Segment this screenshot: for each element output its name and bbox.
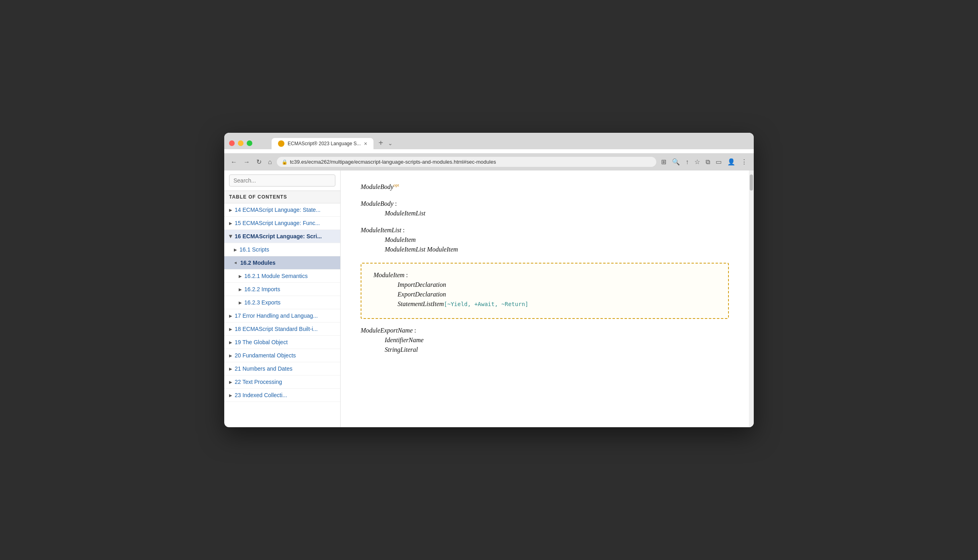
- sidebar-item-label-15: 15 ECMAScript Language: Func...: [235, 220, 320, 226]
- chevron-icon-18: ▶: [229, 327, 232, 331]
- module-item-item1: ImportDeclaration: [398, 281, 716, 288]
- module-item-list-item: ModuleItemList: [385, 210, 729, 217]
- address-field[interactable]: 🔒 tc39.es/ecma262/multipage/ecmascript-l…: [277, 157, 656, 167]
- sidebar-item-16-2-1[interactable]: ▶ 16.2.1 Module Semantics: [224, 270, 340, 283]
- chevron-icon-19: ▶: [229, 340, 232, 345]
- reload-button[interactable]: ↻: [255, 157, 263, 166]
- sidebar-item-16-2[interactable]: ▼ 16.2 Modules: [224, 256, 340, 270]
- main-wrapper: ModuleBodyopt ModuleBody : ModuleItemLis…: [341, 170, 754, 427]
- module-item-items: ImportDeclaration ExportDeclaration Stat…: [373, 281, 716, 308]
- bookmark-icon[interactable]: ☆: [693, 156, 702, 167]
- share-icon[interactable]: ↑: [684, 157, 690, 167]
- sidebar-item-label-17: 17 Error Handling and Languag...: [235, 312, 318, 319]
- chevron-icon-15: ▶: [229, 221, 232, 225]
- module-export-name-colon: :: [414, 327, 416, 334]
- chevron-icon-14: ▶: [229, 208, 232, 212]
- sidebar-item-label-23: 23 Indexed Collecti...: [235, 392, 287, 398]
- sidebar-item-22[interactable]: ▶ 22 Text Processing: [224, 375, 340, 389]
- chevron-icon-16: ▶: [229, 235, 233, 238]
- browser-tab[interactable]: ECMAScript® 2023 Language S... ×: [272, 138, 373, 149]
- maximize-button[interactable]: [247, 140, 252, 146]
- module-body-label-line: ModuleBody :: [361, 200, 729, 207]
- module-body-label: ModuleBody: [361, 200, 394, 207]
- module-item-list-item2: ModuleItemList ModuleItem: [385, 246, 729, 253]
- sidebar-item-label-16-2-2: 16.2.2 Imports: [244, 286, 280, 292]
- sidebar-toggle[interactable]: ▭: [714, 156, 723, 167]
- main-content[interactable]: ModuleBodyopt ModuleBody : ModuleItemLis…: [341, 170, 749, 427]
- sidebar-item-label-19: 19 The Global Object: [235, 339, 288, 345]
- sidebar-item-14[interactable]: ▶ 14 ECMAScript Language: State...: [224, 203, 340, 217]
- module-export-name-label: ModuleExportName: [361, 327, 413, 334]
- menu-icon[interactable]: ⋮: [739, 156, 749, 167]
- sidebar-item-19[interactable]: ▶ 19 The Global Object: [224, 336, 340, 349]
- sidebar-item-18[interactable]: ▶ 18 ECMAScript Standard Built-i...: [224, 323, 340, 336]
- sidebar-item-17[interactable]: ▶ 17 Error Handling and Languag...: [224, 309, 340, 323]
- browser-window: ECMAScript® 2023 Language S... × + ⌄ ← →…: [224, 133, 754, 427]
- sidebar-item-16-2-2[interactable]: ▶ 16.2.2 Imports: [224, 283, 340, 296]
- scrollbar-thumb[interactable]: [750, 174, 753, 191]
- new-tab-button[interactable]: +: [375, 137, 386, 149]
- zoom-icon[interactable]: 🔍: [670, 156, 682, 167]
- sidebar-item-23[interactable]: ▶ 23 Indexed Collecti...: [224, 389, 340, 402]
- module-export-name-block: ModuleExportName : IdentifierName String…: [361, 327, 729, 353]
- module-item-list-label-line: ModuleItemList :: [361, 227, 729, 234]
- profile-icon[interactable]: 👤: [726, 156, 737, 167]
- chevron-icon-16-2: ▼: [233, 261, 238, 265]
- toc-header: TABLE OF CONTENTS: [224, 191, 340, 203]
- chevron-icon-16-2-3: ▶: [239, 300, 242, 305]
- sidebar-item-label-22: 22 Text Processing: [235, 379, 282, 385]
- module-export-name-item2: StringLiteral: [385, 346, 729, 353]
- module-item-box: ModuleItem : ImportDeclaration ExportDec…: [361, 263, 729, 319]
- close-button[interactable]: [229, 140, 235, 146]
- sidebar-item-16[interactable]: ▶ 16 ECMAScript Language: Scri...: [224, 230, 340, 243]
- tab-close-button[interactable]: ×: [364, 140, 367, 147]
- scrollbar-track[interactable]: [749, 170, 754, 427]
- chevron-icon-23: ▶: [229, 393, 232, 398]
- lock-icon: 🔒: [282, 159, 288, 165]
- browser-chrome: ECMAScript® 2023 Language S... × + ⌄: [224, 133, 754, 149]
- module-item-label: ModuleItem: [373, 272, 404, 278]
- back-button[interactable]: ←: [229, 158, 239, 166]
- tab-bar: ECMAScript® 2023 Language S... × + ⌄: [272, 137, 393, 149]
- module-item-list-item1: ModuleItem: [385, 236, 729, 243]
- tab-expand-button[interactable]: ⌄: [388, 140, 393, 146]
- sidebar-item-label-14: 14 ECMAScript Language: State...: [235, 207, 321, 213]
- translate-icon[interactable]: ⊞: [659, 156, 668, 167]
- forward-button[interactable]: →: [242, 158, 252, 166]
- sidebar-item-label-16-2-1: 16.2.1 Module Semantics: [244, 273, 308, 279]
- module-body-opt-line: ModuleBodyopt: [361, 183, 729, 191]
- module-body-opt-super: opt: [394, 183, 399, 187]
- module-body-opt-block: ModuleBodyopt: [361, 183, 729, 191]
- chevron-icon-21: ▶: [229, 367, 232, 371]
- module-body-block: ModuleBody : ModuleItemList: [361, 200, 729, 217]
- search-input[interactable]: [229, 174, 335, 187]
- sidebar-item-16-2-3[interactable]: ▶ 16.2.3 Exports: [224, 296, 340, 309]
- search-box: [224, 170, 340, 191]
- module-item-list-colon: :: [403, 227, 404, 233]
- module-export-name-label-line: ModuleExportName :: [361, 327, 729, 334]
- tab-favicon: [278, 140, 284, 147]
- sidebar-item-16-1[interactable]: ▶ 16.1 Scripts: [224, 243, 340, 256]
- module-body-opt-name: ModuleBody: [361, 183, 394, 190]
- browser-content: TABLE OF CONTENTS ▶ 14 ECMAScript Langua…: [224, 170, 754, 427]
- module-item-list-label: ModuleItemList: [361, 227, 401, 233]
- chevron-icon-17: ▶: [229, 314, 232, 318]
- extensions-icon[interactable]: ⧉: [704, 157, 712, 167]
- sidebar-item-label-16-1: 16.1 Scripts: [239, 246, 269, 253]
- module-item-list-block: ModuleItemList : ModuleItem ModuleItemLi…: [361, 227, 729, 253]
- sidebar-item-label-16: 16 ECMAScript Language: Scri...: [235, 233, 322, 239]
- statement-list-item-name: StatementListItem: [398, 300, 444, 307]
- toc-list: ▶ 14 ECMAScript Language: State... ▶ 15 …: [224, 203, 340, 427]
- module-export-name-items: IdentifierName StringLiteral: [361, 337, 729, 353]
- sidebar-item-20[interactable]: ▶ 20 Fundamental Objects: [224, 349, 340, 362]
- chevron-icon-16-1: ▶: [234, 248, 237, 252]
- home-button[interactable]: ⌂: [266, 158, 274, 166]
- sidebar: TABLE OF CONTENTS ▶ 14 ECMAScript Langua…: [224, 170, 341, 427]
- sidebar-item-21[interactable]: ▶ 21 Numbers and Dates: [224, 362, 340, 375]
- minimize-button[interactable]: [238, 140, 243, 146]
- module-item-item2: ExportDeclaration: [398, 291, 716, 298]
- sidebar-item-label-21: 21 Numbers and Dates: [235, 365, 292, 372]
- address-bar-row: ← → ↻ ⌂ 🔒 tc39.es/ecma262/multipage/ecma…: [224, 153, 754, 170]
- module-export-name-item1: IdentifierName: [385, 337, 729, 344]
- sidebar-item-15[interactable]: ▶ 15 ECMAScript Language: Func...: [224, 217, 340, 230]
